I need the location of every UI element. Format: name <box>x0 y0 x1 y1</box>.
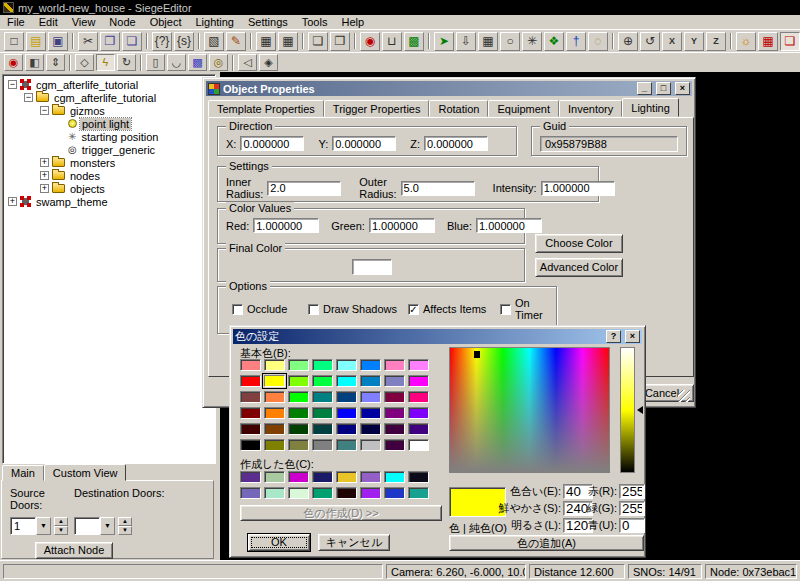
drop-object-icon[interactable]: ⇩ <box>456 32 476 51</box>
light-grid-icon[interactable]: ▦ <box>758 32 778 51</box>
basic-color-swatch[interactable] <box>240 439 261 451</box>
custom-color-swatch[interactable] <box>408 487 429 499</box>
blue-input[interactable] <box>476 218 542 233</box>
basic-color-swatch[interactable] <box>312 439 333 451</box>
color-picker-dialog[interactable]: 色の設定 ? × 基本色(B): 作成した色(C): 色の作成(D) >> OK… <box>229 325 646 558</box>
move-axes-icon[interactable]: ⊕ <box>618 32 638 51</box>
advanced-color-button[interactable]: Advanced Color <box>535 258 623 277</box>
basic-color-swatch[interactable] <box>408 423 429 435</box>
basic-color-swatch[interactable] <box>336 423 357 435</box>
basic-color-swatch[interactable] <box>360 375 381 387</box>
direction-z-input[interactable] <box>424 136 488 151</box>
option-on-timer[interactable]: On Timer <box>500 297 556 321</box>
lock-y-icon[interactable]: Y <box>684 32 704 51</box>
title-bar[interactable]: my_world-new_house - SiegeEditor <box>0 0 800 15</box>
basic-color-swatch[interactable] <box>288 391 309 403</box>
basic-color-swatch[interactable] <box>312 391 333 403</box>
option-draw-shadows[interactable]: Draw Shadows <box>308 297 408 321</box>
basic-color-swatch[interactable] <box>264 359 285 371</box>
menu-help[interactable]: Help <box>334 16 371 28</box>
option-occlude[interactable]: Occlude <box>232 297 308 321</box>
custom-color-swatch[interactable] <box>384 487 405 499</box>
node-colors-icon[interactable]: ▩ <box>188 54 207 71</box>
custom-color-swatch[interactable] <box>312 471 333 483</box>
green-input[interactable] <box>369 218 435 233</box>
paint-texture-icon[interactable]: ✎ <box>226 32 246 51</box>
basic-color-swatch[interactable] <box>360 407 381 419</box>
maximize-button[interactable]: □ <box>656 82 671 95</box>
basic-color-swatch[interactable] <box>408 391 429 403</box>
object-query-icon[interactable]: ○ <box>500 32 520 51</box>
down-arrow-icon[interactable]: ▼ <box>118 526 132 535</box>
tab-trigger-properties[interactable]: Trigger Properties <box>324 100 430 117</box>
sun-light-icon[interactable]: ☼ <box>736 32 756 51</box>
hue-saturation-field[interactable] <box>449 347 610 473</box>
basic-color-swatch[interactable] <box>240 359 261 371</box>
tree-expander-icon[interactable]: − <box>8 80 17 89</box>
tree-expander-icon[interactable]: − <box>40 106 49 115</box>
basic-color-swatch[interactable] <box>288 359 309 371</box>
outer-radius-input[interactable] <box>401 181 475 196</box>
basic-color-swatch[interactable] <box>240 407 261 419</box>
destination-doors-combo[interactable]: ▼ ▲▼ <box>74 517 132 535</box>
intensity-input[interactable] <box>541 181 615 196</box>
texture-view-icon[interactable]: ▩ <box>404 32 424 51</box>
basic-color-swatch[interactable] <box>288 423 309 435</box>
basic-color-swatch[interactable] <box>384 375 405 387</box>
basic-color-swatch[interactable] <box>240 423 261 435</box>
custom-color-swatch[interactable] <box>240 471 261 483</box>
camera-height-icon[interactable]: ⇕ <box>46 54 65 71</box>
basic-color-swatch[interactable] <box>408 359 429 371</box>
tree-expander-icon[interactable]: + <box>8 197 17 206</box>
hull-view-icon[interactable]: ⊔ <box>382 32 402 51</box>
checkbox-icon[interactable]: ✓ <box>408 304 419 315</box>
tree-item[interactable]: point light <box>4 117 214 130</box>
custom-color-swatch[interactable] <box>360 487 381 499</box>
basic-color-swatch[interactable] <box>360 423 381 435</box>
menu-file[interactable]: File <box>0 16 32 28</box>
close-button[interactable]: × <box>675 82 690 95</box>
ok-button[interactable]: OK <box>248 534 310 551</box>
help-button[interactable]: ? <box>606 330 621 343</box>
basic-color-swatch[interactable] <box>240 375 261 387</box>
direction-y-input[interactable] <box>332 136 396 151</box>
basic-color-swatch[interactable] <box>312 375 333 387</box>
red-input[interactable] <box>253 218 319 233</box>
tree-item[interactable]: ◎trigger_generic <box>4 143 214 156</box>
node-diamond-icon[interactable]: ◇ <box>75 54 94 71</box>
paste-icon[interactable]: ❏ <box>122 32 142 51</box>
tree-expander-icon[interactable]: − <box>24 93 33 102</box>
tab-inventory[interactable]: Inventory <box>559 100 622 117</box>
basic-color-swatch[interactable] <box>288 407 309 419</box>
source-doors-stepper[interactable]: ▲▼ <box>54 517 68 535</box>
option-affects-items[interactable]: ✓Affects Items <box>408 297 500 321</box>
checkbox-icon[interactable] <box>232 304 243 315</box>
source-doors-combo[interactable]: 1▼ ▲▼ <box>10 517 68 535</box>
basic-color-swatch[interactable] <box>360 359 381 371</box>
custom-color-swatch[interactable] <box>264 487 285 499</box>
record-icon[interactable]: ◉ <box>360 32 380 51</box>
tree-item[interactable]: +objects <box>4 182 214 195</box>
light-bulb-icon[interactable]: ◎ <box>209 54 228 71</box>
color-field-input[interactable] <box>619 501 645 516</box>
attach-node-button[interactable]: Attach Node <box>35 542 113 559</box>
basic-color-swatch[interactable] <box>360 391 381 403</box>
node-grid-b-icon[interactable]: ▦ <box>278 32 298 51</box>
basic-color-swatch[interactable] <box>312 423 333 435</box>
tab-custom-view[interactable]: Custom View <box>44 464 127 481</box>
tree-item[interactable]: ✳starting position <box>4 130 214 143</box>
basic-color-swatch[interactable] <box>408 439 429 451</box>
menu-settings[interactable]: Settings <box>241 16 295 28</box>
new-file-icon[interactable]: □ <box>4 32 24 51</box>
basic-color-swatch[interactable] <box>336 359 357 371</box>
hull-mesh-icon[interactable]: ◡ <box>167 54 186 71</box>
basic-color-swatch[interactable] <box>408 375 429 387</box>
copy-icon[interactable]: ❐ <box>100 32 120 51</box>
luminance-arrow-icon[interactable] <box>637 406 643 414</box>
sno-page-icon[interactable]: ▯ <box>146 54 165 71</box>
menu-lighting[interactable]: Lighting <box>188 16 241 28</box>
tree-item[interactable]: +swamp_theme <box>4 195 214 208</box>
choose-color-button[interactable]: Choose Color <box>535 234 623 253</box>
tree-expander-icon[interactable]: + <box>40 184 49 193</box>
checkbox-icon[interactable] <box>308 304 319 315</box>
